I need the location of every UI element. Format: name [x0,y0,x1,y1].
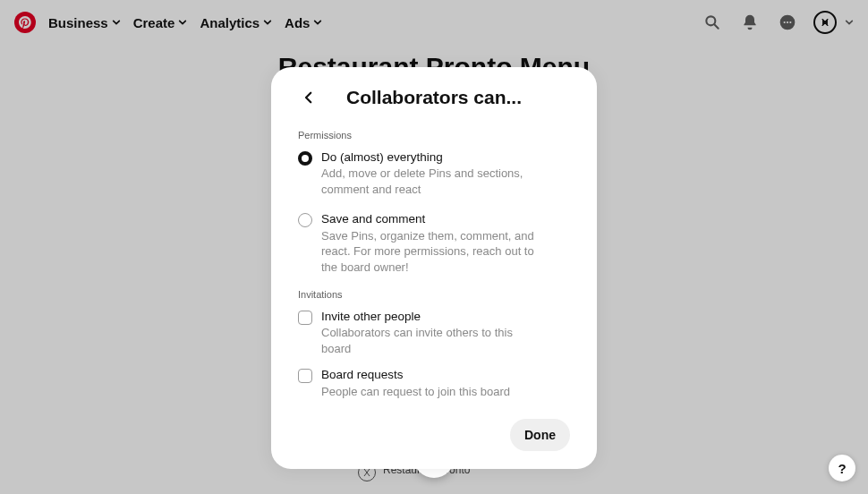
radio-selected[interactable] [298,151,312,166]
permission-option-save-comment[interactable]: Save and comment Save Pins, organize the… [298,211,570,275]
option-desc: Add, move or delete Pins and sections, c… [321,166,536,197]
option-title: Save and comment [321,211,536,227]
option-title: Do (almost) everything [321,149,536,166]
invitation-option-board-requests[interactable]: Board requests People can request to joi… [298,367,570,399]
checkbox-unchecked[interactable] [298,311,312,325]
checkbox-unchecked[interactable] [298,369,312,383]
option-title: Board requests [321,367,510,383]
help-button[interactable]: ? [829,455,855,481]
option-desc: Save Pins, organize them, comment, and r… [321,228,536,276]
permission-option-everything[interactable]: Do (almost) everything Add, move or dele… [298,149,570,197]
back-button[interactable] [298,87,319,108]
radio-unselected[interactable] [298,213,312,227]
modal-title: Collaborators can... [298,87,570,108]
invitations-section-label: Invitations [298,289,570,300]
option-desc: Collaborators can invite others to this … [321,325,536,356]
option-desc: People can request to join this board [321,384,510,400]
invitation-option-invite-others[interactable]: Invite other people Collaborators can in… [298,309,570,356]
collaborators-modal: Collaborators can... Permissions Do (alm… [271,67,597,469]
done-button[interactable]: Done [510,419,570,451]
option-title: Invite other people [321,309,536,325]
permissions-section-label: Permissions [298,130,570,141]
help-label: ? [838,461,846,476]
